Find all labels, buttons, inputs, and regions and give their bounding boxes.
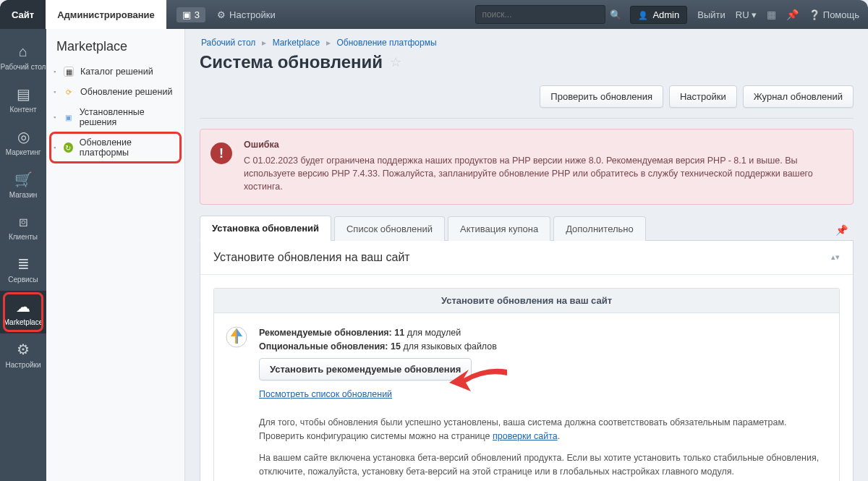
search-icon[interactable]: 🔍	[610, 9, 621, 20]
settings-button[interactable]: Настройки	[669, 85, 737, 108]
content-icon: ▤	[17, 85, 30, 103]
cloud-download-icon: ☁	[16, 298, 30, 315]
current-user-button[interactable]: Admin	[630, 6, 687, 24]
notification-count: 3	[195, 9, 200, 20]
updates-available-icon	[226, 326, 247, 348]
recommended-label: Рекомендуемые обновления:	[259, 328, 392, 338]
error-icon: !	[210, 142, 232, 164]
tab-extra[interactable]: Дополнительно	[553, 216, 646, 241]
logout-link[interactable]: Выйти	[697, 9, 726, 20]
subnav-catalog[interactable]: ▪▦Каталог решений	[46, 61, 184, 82]
topbar-settings-link[interactable]: Настройки	[217, 9, 276, 20]
subnav-update-solutions-label: Обновление решений	[80, 87, 172, 97]
stack-icon: ≣	[17, 255, 30, 273]
notification-icon: ▣	[182, 9, 191, 20]
nav-marketing[interactable]: ◎Маркетинг	[0, 121, 46, 163]
info-paragraph-2: На вашем сайте включена установка бета-в…	[259, 451, 826, 480]
left-icon-bar: ⌂Рабочий стол ▤Контент ◎Маркетинг 🛒Магаз…	[0, 29, 46, 481]
pin-tabs-icon[interactable]: 📌	[830, 220, 854, 240]
refresh-icon: ⟳	[64, 87, 74, 97]
topbar-settings-label: Настройки	[229, 9, 276, 20]
nav-settings-label: Настройки	[5, 361, 41, 369]
action-row: Проверить обновления Настройки Журнал об…	[185, 82, 868, 118]
nav-clients-label: Клиенты	[9, 233, 38, 241]
favorite-star-icon[interactable]: ☆	[390, 54, 401, 70]
optional-label: Опциональные обновления:	[259, 341, 388, 352]
update-icon: ↻	[64, 142, 73, 153]
nav-clients[interactable]: ⧇Клиенты	[0, 206, 46, 248]
nav-store-label: Магазин	[9, 191, 38, 199]
user-icon	[638, 9, 648, 20]
subnav-catalog-label: Каталог решений	[80, 67, 153, 77]
optional-count: 15	[391, 341, 401, 352]
current-user-label: Admin	[652, 9, 679, 20]
nav-settings[interactable]: ⚙Настройки	[0, 333, 46, 376]
inner-box: Установите обновления на ваш сайт Рекоме…	[213, 288, 840, 482]
subnav-platform-update[interactable]: ▪↻Обновление платформы	[46, 132, 184, 163]
sub-panel-title: Marketplace	[46, 39, 184, 61]
catalog-icon: ▦	[64, 67, 74, 77]
nav-content-label: Контент	[9, 106, 36, 114]
search-input[interactable]	[482, 9, 599, 20]
recommended-suffix: для модулей	[407, 328, 461, 338]
info-paragraph-1: Для того, чтобы обновления были успешно …	[259, 416, 826, 444]
section-title: Установите обновления на ваш сайт	[213, 251, 410, 264]
section-toggle-icon[interactable]: ▴▾	[831, 252, 840, 262]
search-box[interactable]	[475, 5, 605, 24]
tab-admin[interactable]: Администрирование	[46, 0, 166, 29]
grid-icon[interactable]: ▦	[767, 9, 776, 20]
tab-install-updates[interactable]: Установка обновлений	[200, 216, 331, 241]
nav-marketplace-label: Marketplace	[4, 318, 43, 326]
clients-icon: ⧇	[19, 213, 28, 230]
breadcrumb: Рабочий стол ▸ Marketplace ▸ Обновление …	[185, 29, 868, 52]
gear-icon	[217, 9, 226, 20]
breadcrumb-root[interactable]: Рабочий стол	[201, 38, 255, 48]
help-link[interactable]: ❔ Помощь	[809, 9, 859, 20]
nav-store[interactable]: 🛒Магазин	[0, 163, 46, 206]
topbar: Сайт Администрирование ▣ 3 Настройки 🔍 A…	[0, 0, 868, 29]
subnav-installed-label: Установленные решения	[80, 107, 174, 127]
panel: Установите обновления на ваш сайт ▴▾ Уст…	[200, 241, 854, 482]
breadcrumb-mid[interactable]: Marketplace	[273, 38, 320, 48]
notifications-badge[interactable]: ▣ 3	[176, 7, 205, 22]
inner-box-title: Установите обновления на ваш сайт	[214, 289, 839, 313]
nav-desktop-label: Рабочий стол	[1, 63, 46, 71]
view-update-list-link[interactable]: Посмотреть список обновлений	[259, 389, 392, 399]
nav-content[interactable]: ▤Контент	[0, 78, 46, 121]
box-icon: ▣	[64, 112, 73, 122]
subnav-installed[interactable]: ▪▣Установленные решения	[46, 102, 184, 132]
tabs-row: Установка обновлений Список обновлений А…	[200, 215, 854, 241]
error-title: Ошибка	[244, 138, 843, 151]
pin-icon[interactable]: 📌	[786, 9, 799, 20]
nav-marketplace[interactable]: ☁Marketplace	[0, 291, 46, 333]
home-icon: ⌂	[19, 43, 27, 60]
help-label: Помощь	[823, 9, 859, 20]
main-content: Рабочий стол ▸ Marketplace ▸ Обновление …	[185, 29, 868, 481]
tab-update-list[interactable]: Список обновлений	[334, 216, 445, 241]
page-title: Система обновлений	[200, 52, 383, 72]
help-icon: ❔	[809, 9, 820, 20]
lang-selector[interactable]: RU ▾	[736, 9, 757, 20]
subnav-update-solutions[interactable]: ▪⟳Обновление решений	[46, 82, 184, 102]
install-recommended-button[interactable]: Установить рекомендуемые обновления	[259, 358, 472, 380]
error-body: С 01.02.2023 будет ограничена поддержка …	[244, 154, 843, 193]
nav-services[interactable]: ≣Сервисы	[0, 248, 46, 291]
subnav-platform-update-label: Обновление платформы	[80, 137, 174, 158]
gear-icon: ⚙	[17, 341, 30, 358]
nav-services-label: Сервисы	[8, 276, 38, 284]
nav-marketing-label: Маркетинг	[6, 148, 41, 156]
cart-icon: 🛒	[14, 171, 33, 188]
sub-panel: Marketplace ▪▦Каталог решений ▪⟳Обновлен…	[46, 29, 185, 481]
tab-coupon[interactable]: Активация купона	[448, 216, 550, 241]
update-log-button[interactable]: Журнал обновлений	[743, 85, 854, 108]
target-icon: ◎	[17, 128, 30, 145]
nav-desktop[interactable]: ⌂Рабочий стол	[0, 36, 46, 78]
check-updates-button[interactable]: Проверить обновления	[540, 85, 663, 108]
tab-site[interactable]: Сайт	[0, 0, 46, 29]
recommended-count: 11	[394, 328, 404, 338]
site-check-link[interactable]: проверки сайта	[493, 431, 558, 441]
breadcrumb-leaf[interactable]: Обновление платформы	[336, 38, 436, 48]
error-box: ! Ошибка С 01.02.2023 будет ограничена п…	[200, 129, 854, 205]
optional-suffix: для языковых файлов	[403, 341, 496, 352]
